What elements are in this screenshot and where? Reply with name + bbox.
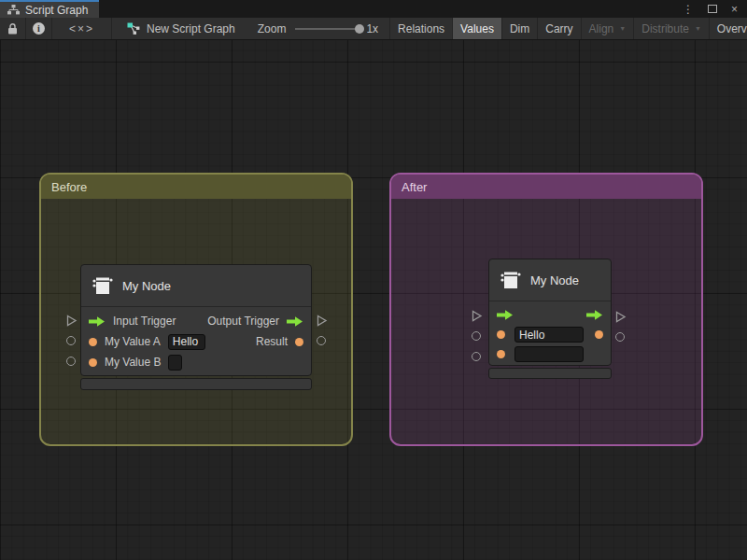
external-value-port[interactable] (472, 352, 481, 361)
value-a-row (489, 325, 611, 344)
dim-label: Dim (510, 22, 529, 35)
unit-node-icon (91, 274, 114, 297)
external-value-port[interactable] (317, 336, 326, 345)
script-graph-window: Script Graph ⋮ × i <×> (0, 0, 747, 560)
dim-button[interactable]: Dim (502, 18, 538, 39)
new-script-graph-button[interactable]: New Script Graph (118, 18, 245, 39)
external-flow-input-port[interactable] (471, 310, 483, 322)
value-input-port-icon[interactable] (89, 358, 97, 367)
group-before-header[interactable]: Before (41, 175, 351, 199)
node-ports: Input Trigger Output Trigger My Value A … (81, 307, 311, 372)
flow-input-port-icon[interactable] (497, 310, 514, 320)
overview-button[interactable]: Overview (710, 18, 747, 39)
distribute-label: Distribute (641, 22, 689, 35)
flow-output-port-icon[interactable] (287, 316, 303, 327)
tab-label: Script Graph (25, 4, 88, 17)
node-title: My Node (122, 279, 171, 293)
overview-label: Overview (717, 22, 747, 35)
info-icon: i (33, 22, 45, 35)
value-input-port-icon[interactable] (89, 338, 97, 346)
value-output-port-icon[interactable] (595, 330, 603, 339)
value-input-port-icon[interactable] (497, 330, 505, 339)
my-value-a-field[interactable] (514, 327, 584, 343)
distribute-dropdown[interactable]: Distribute ▼ (634, 18, 710, 39)
window-controls: ⋮ × (683, 0, 747, 18)
node-header[interactable]: My Node (489, 259, 611, 301)
node-footer[interactable] (488, 368, 612, 379)
external-value-port[interactable] (66, 357, 76, 366)
lock-icon (7, 23, 18, 35)
node-my-node-before[interactable]: My Node Input Trigger Output Trigger (80, 264, 312, 376)
graph-canvas[interactable]: Before After My Node (0, 40, 747, 560)
carry-button[interactable]: Carry (538, 18, 581, 39)
align-label: Align (589, 22, 614, 35)
my-value-b-label: My Value B (105, 356, 161, 369)
result-label: Result (256, 335, 288, 348)
group-after-label: After (402, 180, 427, 194)
my-value-b-field[interactable] (514, 346, 584, 362)
external-value-port[interactable] (615, 332, 625, 342)
relations-label: Relations (398, 22, 444, 35)
close-icon[interactable]: × (731, 3, 738, 16)
new-graph-icon (127, 22, 140, 35)
new-graph-label: New Script Graph (147, 22, 235, 35)
node-ports (489, 301, 611, 364)
graph-hierarchy-icon (7, 5, 20, 15)
tab-bar: Script Graph ⋮ × (0, 0, 747, 18)
external-flow-output-port[interactable] (614, 311, 627, 323)
code-preview-button[interactable]: <×> (52, 18, 112, 39)
value-output-port-icon[interactable] (295, 338, 303, 346)
graph-toolbar: i <×> New Script Graph Zoom 1x Relations (0, 18, 747, 40)
zoom-value: 1x (366, 22, 378, 35)
flow-output-port-icon[interactable] (586, 310, 603, 320)
flow-input-port-icon[interactable] (89, 316, 106, 327)
lock-button[interactable] (0, 18, 26, 39)
value-input-port-icon[interactable] (497, 350, 505, 358)
external-value-port[interactable] (472, 331, 481, 341)
value-b-row: My Value B (81, 352, 311, 372)
values-button[interactable]: Values (453, 18, 502, 39)
value-b-row (489, 344, 611, 364)
chevron-down-icon: ▼ (695, 25, 701, 32)
trigger-row (489, 305, 611, 325)
maximize-icon[interactable] (708, 5, 717, 13)
node-my-node-after[interactable]: My Node (488, 259, 612, 366)
zoom-label: Zoom (258, 22, 287, 35)
node-footer[interactable] (80, 378, 312, 390)
relations-button[interactable]: Relations (390, 18, 453, 39)
input-trigger-label: Input Trigger (113, 315, 176, 328)
group-after-header[interactable]: After (391, 175, 701, 199)
zoom-slider-handle[interactable] (355, 24, 364, 34)
output-trigger-label: Output Trigger (207, 315, 279, 328)
external-flow-output-port[interactable] (316, 315, 328, 327)
chevron-down-icon: ▼ (619, 25, 626, 32)
node-title: My Node (530, 273, 579, 287)
code-icon: <×> (69, 22, 94, 35)
my-value-a-field[interactable] (168, 334, 205, 350)
group-before-label: Before (51, 180, 87, 194)
align-dropdown[interactable]: Align ▼ (582, 18, 635, 39)
value-a-row: My Value A Result (81, 331, 311, 352)
unit-node-icon (499, 269, 522, 291)
zoom-slider[interactable] (295, 28, 360, 30)
window-menu-icon[interactable]: ⋮ (683, 3, 694, 16)
external-flow-input-port[interactable] (65, 315, 78, 327)
trigger-row: Input Trigger Output Trigger (81, 311, 311, 331)
tab-script-graph[interactable]: Script Graph (0, 0, 99, 18)
toolbar-toggles: Relations Values Dim Carry Align ▼ Distr… (389, 18, 747, 39)
node-header[interactable]: My Node (81, 265, 311, 307)
my-value-b-field[interactable] (168, 355, 182, 371)
zoom-control: Zoom 1x (258, 18, 378, 39)
values-label: Values (460, 22, 494, 35)
carry-label: Carry (545, 22, 572, 35)
my-value-a-label: My Value A (105, 335, 161, 348)
external-value-port[interactable] (66, 336, 76, 345)
info-button[interactable]: i (26, 18, 52, 39)
